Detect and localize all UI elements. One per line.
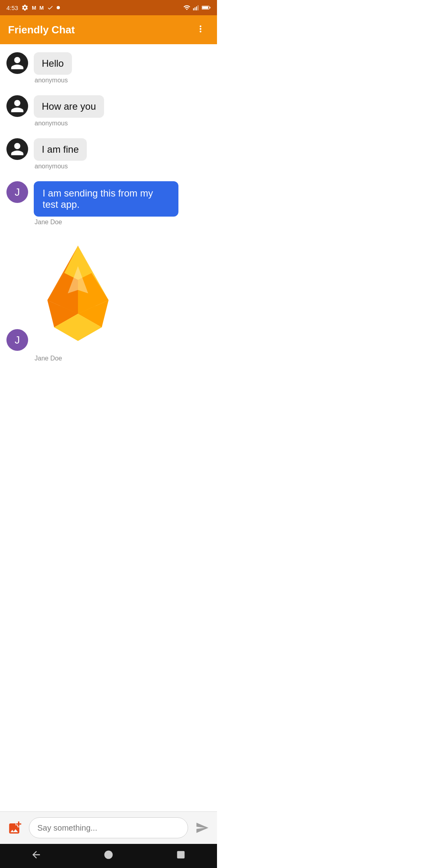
app-title: Friendly Chat <box>8 24 75 36</box>
battery-icon <box>202 5 211 10</box>
gmail-icon: M <box>32 5 36 11</box>
notification-dot <box>57 6 60 9</box>
status-bar-left: 4:53 M M <box>6 4 60 11</box>
status-bar: 4:53 M M <box>0 0 217 15</box>
sender-name: anonymous <box>34 77 72 84</box>
svg-rect-0 <box>193 8 194 10</box>
svg-rect-3 <box>198 5 199 10</box>
message-row: How are you anonymous <box>6 95 211 127</box>
more-vert-icon <box>195 24 206 34</box>
app-bar: Friendly Chat <box>0 15 217 44</box>
signal-icon <box>192 4 200 11</box>
avatar: J <box>6 181 28 203</box>
person-icon <box>10 55 25 71</box>
sender-name: anonymous <box>34 163 87 170</box>
image-message-content: Jane Doe <box>34 237 122 362</box>
messages-container: Hello anonymous How are you anonymous I … <box>0 44 217 422</box>
message-row: Hello anonymous <box>6 52 211 84</box>
message-bubble: I am fine <box>34 138 87 161</box>
message-bubble: Hello <box>34 52 72 75</box>
more-vert-button[interactable] <box>192 20 209 39</box>
avatar <box>6 95 28 117</box>
avatar-initial-label: J <box>15 334 20 346</box>
message-row: I am fine anonymous <box>6 138 211 170</box>
settings-icon <box>21 4 29 11</box>
sender-name: Jane Doe <box>34 219 178 226</box>
person-icon <box>10 141 25 157</box>
message-bubble-blue: I am sending this from my test app. <box>34 181 178 217</box>
time-display: 4:53 <box>6 4 18 11</box>
sender-name: anonymous <box>34 120 104 127</box>
status-bar-right <box>183 4 211 11</box>
svg-rect-2 <box>196 6 197 10</box>
svg-rect-6 <box>210 7 211 8</box>
gmail2-icon: M <box>39 5 44 11</box>
message-content: I am sending this from my test app. Jane… <box>34 181 178 226</box>
wifi-icon <box>183 4 190 11</box>
message-content: Hello anonymous <box>34 52 72 84</box>
message-bubble: How are you <box>34 95 104 118</box>
firebase-logo <box>34 237 122 350</box>
avatar <box>6 52 28 74</box>
avatar: J <box>6 329 28 351</box>
avatar <box>6 138 28 160</box>
sender-name: Jane Doe <box>34 355 122 362</box>
svg-rect-1 <box>194 7 195 10</box>
message-content: How are you anonymous <box>34 95 104 127</box>
message-row: J Jane Doe <box>6 237 211 362</box>
avatar-initial-label: J <box>15 186 20 199</box>
svg-rect-5 <box>202 6 208 9</box>
check-icon <box>47 4 53 11</box>
person-icon <box>10 98 25 114</box>
message-content: I am fine anonymous <box>34 138 87 170</box>
message-row: J I am sending this from my test app. Ja… <box>6 181 211 226</box>
